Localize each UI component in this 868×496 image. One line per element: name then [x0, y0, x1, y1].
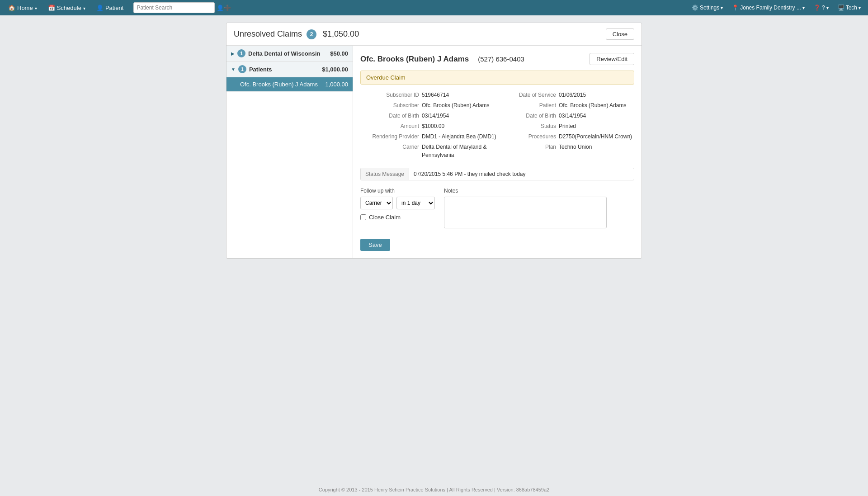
- claim-patient-name: Ofc. Brooks (Ruben) J Adams: [360, 55, 469, 64]
- claim-details: Subscriber ID 519646714 Subscriber Ofc. …: [360, 91, 634, 161]
- unresolved-claims-panel: Unresolved Claims 2 $1,050.00 Close ▶ 1 …: [226, 23, 642, 259]
- location-nav-btn[interactable]: 📍 Jones Family Dentistry ... ▾: [728, 3, 808, 13]
- group-patients-badge: 1: [238, 65, 246, 73]
- close-claim-checkbox[interactable]: [360, 214, 366, 220]
- tech-nav-btn[interactable]: 🖥️ Tech ▾: [834, 3, 864, 13]
- save-button[interactable]: Save: [360, 239, 390, 251]
- home-chevron: [35, 5, 37, 11]
- top-nav: 🏠 Home 📅 Schedule 👤 Patient 👤➕ ⚙️ Settin…: [0, 0, 868, 15]
- group-delta-amount: $50.00: [330, 50, 348, 57]
- patient-dob-value: 03/14/1954: [559, 112, 586, 120]
- dob-label: Date of Birth: [360, 112, 419, 120]
- settings-nav-btn[interactable]: ⚙️ Settings ▾: [688, 3, 726, 13]
- search-input[interactable]: [133, 2, 215, 13]
- status-label: Status: [497, 122, 556, 130]
- settings-chevron: ▾: [721, 5, 723, 10]
- subscriber-id-label: Subscriber ID: [360, 91, 419, 99]
- followup-time-select[interactable]: in 1 day in 2 days in 3 days in 1 week: [396, 197, 435, 209]
- save-section: Save: [360, 239, 634, 251]
- patient-icon: 👤: [96, 5, 104, 11]
- patient-label: Patient: [497, 101, 556, 109]
- status-row: Status Printed: [497, 122, 634, 130]
- dob-value: 03/14/1954: [422, 112, 449, 120]
- nav-right: ⚙️ Settings ▾ 📍 Jones Family Dentistry .…: [688, 3, 864, 13]
- status-message-label: Status Message: [361, 168, 409, 180]
- notes-section: Notes: [435, 188, 634, 230]
- group-delta-badge: 1: [237, 49, 245, 57]
- close-claim-row: Close Claim: [360, 214, 435, 221]
- settings-label: Settings: [700, 5, 719, 11]
- dos-row: Date of Service 01/06/2015: [497, 91, 634, 99]
- help-chevron: ▾: [826, 5, 829, 10]
- panel-total: $1,050.00: [323, 29, 359, 39]
- notes-textarea[interactable]: [444, 197, 607, 228]
- footer: Copyright © 2013 - 2015 Henry Schein Pra…: [0, 483, 868, 496]
- procedures-label: Procedures: [497, 132, 556, 141]
- schedule-chevron: [83, 5, 85, 11]
- rendering-provider-value: DMD1 - Alejandra Bea (DMD1): [422, 132, 496, 141]
- location-label: Jones Family Dentistry ...: [740, 5, 801, 11]
- close-claim-label[interactable]: Close Claim: [369, 214, 401, 221]
- subscriber-id-row: Subscriber ID 519646714: [360, 91, 497, 99]
- right-pane: Ofc. Brooks (Ruben) J Adams (527) 636-04…: [353, 46, 642, 258]
- schedule-nav-btn[interactable]: 📅 Schedule: [43, 3, 90, 13]
- location-chevron: ▾: [802, 5, 805, 10]
- rendering-provider-label: Rendering Provider: [360, 132, 419, 141]
- panel-close-button[interactable]: Close: [606, 28, 634, 40]
- followup-section: Follow up with Carrier Patient None in 1…: [360, 188, 435, 221]
- plan-row: Plan Techno Union: [497, 143, 634, 151]
- help-nav-btn[interactable]: ❓ ? ▾: [810, 3, 832, 13]
- group-patients-arrow: ▼: [231, 67, 236, 72]
- patient-value: Ofc. Brooks (Ruben) Adams: [559, 101, 626, 109]
- tech-label: Tech: [846, 5, 857, 11]
- group-patients[interactable]: ▼ 1 Patients $1,000.00: [226, 61, 353, 77]
- followup-label: Follow up with: [360, 188, 435, 194]
- home-label: Home: [17, 5, 33, 11]
- followup-controls: Carrier Patient None in 1 day in 2 days …: [360, 197, 435, 209]
- schedule-label: Schedule: [57, 5, 81, 11]
- subscriber-label: Subscriber: [360, 101, 419, 109]
- amount-value: $1000.00: [422, 122, 444, 130]
- plan-value: Techno Union: [559, 143, 592, 151]
- followup-notes-wrapper: Follow up with Carrier Patient None in 1…: [360, 188, 634, 230]
- patient-label: Patient: [105, 5, 123, 11]
- panel-title: Unresolved Claims: [234, 29, 302, 39]
- notes-label: Notes: [444, 188, 634, 194]
- dob-row: Date of Birth 03/14/1954: [360, 112, 497, 120]
- help-icon: ❓: [814, 5, 821, 11]
- panel-body: ▶ 1 Delta Dental of Wisconsin $50.00 ▼ 1…: [226, 46, 642, 258]
- home-nav-btn[interactable]: 🏠 Home: [4, 3, 42, 13]
- carrier-value: Delta Dental of Maryland & Pennsylvania: [422, 143, 497, 159]
- plan-label: Plan: [497, 143, 556, 151]
- left-pane: ▶ 1 Delta Dental of Wisconsin $50.00 ▼ 1…: [226, 46, 353, 258]
- tech-icon: 🖥️: [838, 5, 844, 11]
- group-delta-dental[interactable]: ▶ 1 Delta Dental of Wisconsin $50.00: [226, 46, 353, 61]
- panel-header: Unresolved Claims 2 $1,050.00 Close: [226, 23, 642, 46]
- amount-row: Amount $1000.00: [360, 122, 497, 130]
- followup-carrier-select[interactable]: Carrier Patient None: [360, 197, 393, 209]
- group-delta-label: Delta Dental of Wisconsin: [248, 50, 327, 57]
- settings-icon: ⚙️: [692, 5, 698, 11]
- patient-item-name: Ofc. Brooks (Ruben) J Adams: [240, 81, 325, 88]
- patient-row: Patient Ofc. Brooks (Ruben) Adams: [497, 101, 634, 109]
- patient-item[interactable]: Ofc. Brooks (Ruben) J Adams 1,000.00: [226, 77, 353, 92]
- claim-header: Ofc. Brooks (Ruben) J Adams (527) 636-04…: [360, 53, 634, 65]
- status-message-row: Status Message 07/20/2015 5:46 PM - they…: [360, 168, 634, 180]
- procedures-value: D2750(Porcelain/HNM Crown): [559, 132, 632, 141]
- tech-chevron: ▾: [859, 5, 861, 10]
- detail-col-left: Subscriber ID 519646714 Subscriber Ofc. …: [360, 91, 497, 161]
- procedures-row: Procedures D2750(Porcelain/HNM Crown): [497, 132, 634, 141]
- patient-dob-row: Date of Birth 03/14/1954: [497, 112, 634, 120]
- carrier-label: Carrier: [360, 143, 419, 159]
- patient-nav-btn[interactable]: 👤 Patient: [92, 3, 128, 13]
- footer-text: Copyright © 2013 - 2015 Henry Schein Pra…: [319, 487, 549, 492]
- page-content: Unresolved Claims 2 $1,050.00 Close ▶ 1 …: [0, 15, 868, 483]
- subscriber-id-value: 519646714: [422, 91, 449, 99]
- group-patients-amount: $1,000.00: [322, 66, 348, 73]
- search-icon[interactable]: 👤➕: [217, 5, 231, 11]
- dos-value: 01/06/2015: [559, 91, 586, 99]
- group-delta-arrow: ▶: [231, 51, 235, 56]
- subscriber-value: Ofc. Brooks (Ruben) Adams: [422, 101, 489, 109]
- overdue-banner: Overdue Claim: [360, 71, 634, 85]
- review-edit-button[interactable]: Review/Edit: [590, 53, 634, 65]
